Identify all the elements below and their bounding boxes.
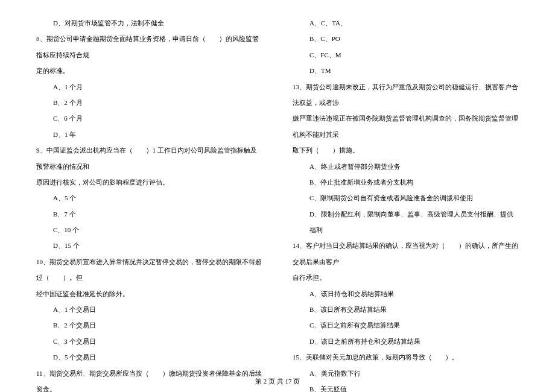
question-text: 9、中国证监会派出机构应当在（ ）1 工作日内对公司风险监管指标触及预警标准的情… [36,142,262,174]
question-text: 自行承担。 [293,270,519,285]
question-text: 取下列（ ）措施。 [293,142,519,158]
answer-option: D、TM [293,63,519,78]
question-text: 嫌严重违法违规正在被国务院期货监督管理机构调查的，国务院期货监督管理机构不能对其… [293,110,519,142]
question-text: 原因进行核实，对公司的影响程度进行评估。 [36,174,262,190]
answer-option: D、15 个 [36,238,262,253]
answer-option: D、1 年 [36,127,262,142]
answer-option: C、限制期货公司自有资金或者风险准备金的调拨和使用 [293,190,519,206]
question-text: 14、客户对当日交易结算结果的确认，应当视为对（ ）的确认，所产生的交易后果由客… [293,238,519,270]
answer-option: A、5 个 [36,190,262,206]
answer-option: A、该日持仓和交易结算结果 [293,286,519,302]
answer-option: B、7 个 [36,206,262,222]
answer-option: B、停止批准新增业务或者分支机构 [293,174,519,190]
answer-option: D、限制分配红利，限制向董事、监事、高级管理人员支付报酬、提供福利 [293,206,519,238]
answer-option: A、1 个月 [36,79,262,95]
left-column: D、对期货市场监管不力，法制不健全8、期货公司申请金融期货全面结算业务资格，申请… [36,15,262,371]
answer-option: B、该日所有交易结算结果 [293,302,519,317]
answer-option: D、5 个交易日 [36,349,262,365]
answer-option: B、C、PO [293,31,519,46]
page-footer: 第 2 页 共 17 页 [0,377,555,386]
question-text: 10、期货交易所宣布进入异常情况并决定暂停交易的，暂停交易的期限不得超过（ ）。… [36,254,262,286]
answer-option: B、2 个交易日 [36,317,262,333]
answer-option: A、1 个交易日 [36,302,262,317]
question-text: 定的标准。 [36,63,262,78]
question-text: 15、美联储对美元加息的政策，短期内将导致（ ）。 [293,349,519,365]
content-wrapper: D、对期货市场监管不力，法制不健全8、期货公司申请金融期货全面结算业务资格，申请… [36,15,519,371]
question-text: 8、期货公司申请金融期货全面结算业务资格，申请日前（ ）的风险监管指标应持续符合… [36,31,262,63]
answer-option: D、对期货市场监管不力，法制不健全 [36,15,262,31]
right-column: A、C、TA、B、C、POC、FC、MD、TM13、期货公司逾期未改正，其行为严… [293,15,519,371]
answer-option: C、3 个交易日 [36,334,262,349]
answer-option: C、该日之前所有交易结算结果 [293,317,519,333]
question-text: 经中国证监会批准延长的除外。 [36,286,262,302]
answer-option: A、C、TA、 [293,15,519,31]
answer-option: C、6 个月 [36,110,262,126]
answer-option: D、该日之前所有持仓和交易结算结果 [293,334,519,349]
question-text: 13、期货公司逾期未改正，其行为严重危及期货公司的稳健运行、损害客户合法权益，或… [293,79,519,111]
answer-option: A、终止或者暂停部分期货业务 [293,159,519,174]
answer-option: C、FC、M [293,47,519,63]
answer-option: C、10 个 [36,222,262,238]
answer-option: B、2 个月 [36,95,262,110]
